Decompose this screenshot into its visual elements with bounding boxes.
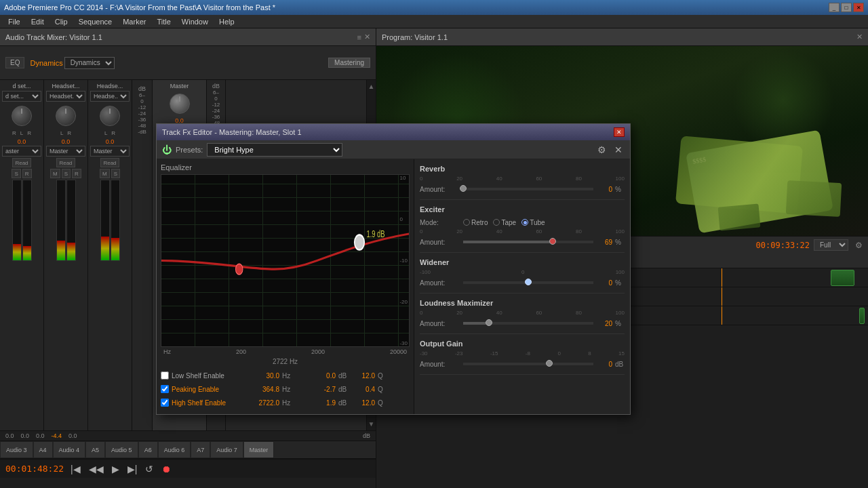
reverb-label-0: 0 [420,176,422,182]
step-forward-button[interactable]: ▶| [126,464,139,474]
close-button[interactable]: ✕ [853,3,864,12]
strip-s-3[interactable]: S [111,169,120,178]
strip-read-2[interactable]: Read [56,158,75,167]
maximize-button[interactable]: □ [841,3,852,12]
strip-select-3[interactable]: Headse... [90,91,130,102]
loudness-slider[interactable] [463,322,593,325]
strip-l-label-1: L [19,130,24,136]
clip-3-green[interactable] [859,308,865,324]
track-label-a7[interactable]: A7 [191,441,210,458]
minimize-button[interactable]: _ [829,3,840,12]
strip-s-1[interactable]: S [12,169,20,178]
eq-controls: Low Shelf Enable 30.0 Hz 0.0 dB 12.0 Q P… [161,369,410,410]
eq-handle-peaking[interactable] [236,264,243,274]
track-label-audio5[interactable]: Audio 5 [105,441,138,458]
loop-button[interactable]: ↺ [144,464,155,474]
clip-a3-4[interactable] [831,270,854,286]
scroll-down-btn[interactable]: ▼ [368,420,375,428]
monitor-zoom-select[interactable]: Full 50% 25% [814,239,848,251]
track-label-audio3[interactable]: Audio 3 [0,441,33,458]
exciter-retro-radio[interactable] [463,219,470,226]
db-marker: 0.0 [21,432,30,439]
fx-preset-select[interactable]: Bright Hype [207,143,342,157]
strip-knob-2[interactable] [56,106,76,126]
eq-peaking-checkbox[interactable] [161,385,169,393]
fx-close-icon[interactable]: ✕ [612,144,625,155]
exciter-mode-tape[interactable]: Tape [493,219,516,226]
right-panel-close-icon[interactable]: ✕ [856,33,863,41]
strip-mode-2[interactable]: Master [46,146,85,157]
mastering-button[interactable]: Mastering [328,58,370,68]
eq-highshelf-checkbox[interactable] [161,399,169,407]
step-back-button[interactable]: ◀◀ [87,464,105,474]
strip-r2-btn[interactable]: R [72,169,81,178]
strip-select-1[interactable]: d set... [2,91,41,102]
exciter-tape-radio[interactable] [493,219,500,226]
strip-select-2[interactable]: Headset... [46,91,85,102]
strip-m-3[interactable]: M [100,169,110,178]
menu-sequence[interactable]: Sequence [73,15,118,28]
exciter-retro-label: Retro [471,219,488,226]
track-label-audio7[interactable]: Audio 7 [210,441,243,458]
track-label-a6[interactable]: A6 [138,441,158,458]
scroll-up-btn[interactable]: ▲ [368,83,375,90]
menu-marker[interactable]: Marker [117,15,151,28]
strip-read-3[interactable]: Read [100,158,119,167]
dynamics-label: Dynamics [30,59,62,67]
track-label-a5[interactable]: A5 [85,441,105,458]
menu-help[interactable]: Help [214,15,240,28]
reverb-slider[interactable] [463,188,593,190]
playhead-3 [722,306,722,325]
go-to-start-button[interactable]: |◀ [69,464,82,474]
track-label-a4[interactable]: A4 [33,441,53,458]
fx-editor-dialog: Track Fx Editor - Mastering: Master, Slo… [156,123,631,415]
widener-slider[interactable] [463,281,593,284]
monitor-settings-icon[interactable]: ⚙ [855,241,863,250]
eq-handle-highshelf[interactable] [355,235,365,250]
eq-graph[interactable]: 1.9 dB 10 0 -10 -20 -30 [161,174,410,347]
menu-clip[interactable]: Clip [50,15,73,28]
strip-mode-3[interactable]: Master [90,146,130,157]
output-gain-slider[interactable] [463,363,593,365]
fx-power-button[interactable]: ⏻ [162,144,172,155]
menu-edit[interactable]: Edit [26,15,50,28]
strip-knob-3[interactable] [100,106,120,126]
strip-read-1[interactable]: Read [12,158,31,167]
strip-s-2[interactable]: S [62,169,71,178]
eq-peaking-db-unit: dB [338,386,352,393]
panel-icon-menu[interactable]: ≡ [357,33,361,41]
db-marker: 0.0 [5,432,14,439]
track-label-audio4[interactable]: Audio 4 [53,441,86,458]
fx-close-button[interactable]: ✕ [614,127,625,137]
reverb-label-60: 60 [536,176,542,182]
vu-meter-r-3 [111,180,120,261]
strip-knob-1[interactable] [12,106,32,126]
eq-x-labels: Hz 200 2000 20000 [161,347,410,357]
exciter-mode-tube[interactable]: Tube [521,219,545,226]
record-button[interactable]: ⏺ [160,464,172,474]
effects-section: Reverb 0 20 40 60 80 100 Amount: 0 [414,159,630,414]
play-button[interactable]: ▶ [111,464,121,474]
exciter-mode-label: Mode: [420,219,460,226]
eq-lowshelf-checkbox[interactable] [161,371,169,380]
loudness-block: Loudness Maximizer 0 20 40 60 80 100 Amo… [420,299,625,334]
exciter-slider[interactable] [463,241,593,243]
menu-window[interactable]: Window [176,15,214,28]
fx-settings-icon[interactable]: ⚙ [595,144,608,155]
strip-mode-1[interactable]: aster [2,146,41,157]
track-label-audio6[interactable]: Audio 6 [158,441,191,458]
eq-lowshelf-label: Low Shelf Enable [172,372,239,380]
strip-m-2[interactable]: M [50,169,60,178]
master-knob[interactable] [170,94,190,114]
menu-file[interactable]: File [3,15,26,28]
strip-r-btn-1[interactable]: R [22,169,32,178]
track-strip-1: d set... d set... R L R 0.0 aster Read S… [0,80,44,430]
dynamics-dropdown[interactable]: Dynamics [64,57,115,69]
fx-editor-title: Track Fx Editor - Mastering: Master, Slo… [162,128,614,136]
exciter-mode-retro[interactable]: Retro [463,219,488,226]
exciter-tube-radio[interactable] [521,219,528,226]
track-label-master[interactable]: Master [243,441,275,458]
panel-close-icon[interactable]: ✕ [364,33,370,41]
title-bar: Adobe Premiere Pro CC 2014 - F:\A Visito… [0,0,868,15]
menu-title[interactable]: Title [151,15,176,28]
